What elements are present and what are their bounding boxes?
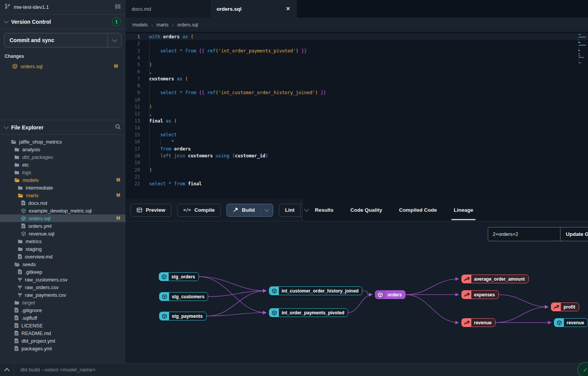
lineage-node-revenue_model[interactable]: revenue xyxy=(554,318,588,327)
file-icon xyxy=(18,254,22,259)
update-graph-button[interactable]: Update G xyxy=(560,227,588,241)
tree-item-label: marts xyxy=(26,193,114,198)
code-line-19[interactable]: 19 xyxy=(125,159,588,166)
code-line-6[interactable]: 6, xyxy=(125,68,588,75)
tree-item-models[interactable]: modelsM xyxy=(0,176,125,184)
tree-item-etc[interactable]: etc xyxy=(0,161,125,168)
code-line-14[interactable]: 14 xyxy=(125,124,588,131)
lineage-node-stg_customers[interactable]: stg_customers xyxy=(159,292,208,301)
expand-command-bar-button[interactable] xyxy=(0,363,14,376)
tree-item-analysis[interactable]: analysis xyxy=(0,145,125,153)
tree-item-orders-sql[interactable]: orders.sqlM xyxy=(0,214,125,222)
lineage-node-revenue_metric[interactable]: revenue xyxy=(461,318,495,327)
tree-item-overview-md[interactable]: overview.md xyxy=(0,253,125,260)
code-line-7[interactable]: 7customers as ( xyxy=(125,75,588,82)
close-tab-icon[interactable]: × xyxy=(285,5,291,13)
code-line-18[interactable]: 18 left join customers using (customer_i… xyxy=(125,152,588,159)
tree-item-staging[interactable]: staging xyxy=(0,245,125,253)
compile-button[interactable]: </> Compile xyxy=(177,204,221,217)
tree-item-seeds[interactable]: seeds xyxy=(0,260,125,268)
tree-item-orders-yml[interactable]: orders.yml xyxy=(0,222,125,230)
code-line-16[interactable]: 16 * xyxy=(125,138,588,145)
tab-orders-sql[interactable]: orders.sql × xyxy=(210,0,297,18)
tree-item-packages-yml[interactable]: packages.yml xyxy=(0,345,125,352)
tree-item--sqlfluff[interactable]: .sqlfluff xyxy=(0,314,125,322)
version-control-header[interactable]: Version Control 1 xyxy=(0,15,125,29)
lineage-node-int_customer_order_history_joined[interactable]: int_customer_order_history_joined xyxy=(269,286,362,295)
breadcrumb-marts[interactable]: marts xyxy=(156,22,168,28)
chevron-down-icon xyxy=(4,18,9,23)
lineage-node-expenses[interactable]: expenses xyxy=(461,290,499,299)
code-editor[interactable]: 1with orders as (23 select * from {{ ref… xyxy=(125,32,588,199)
code-line-17[interactable]: 17 from orders xyxy=(125,145,588,152)
result-tab-results[interactable]: Results xyxy=(315,199,334,221)
tree-item-jaffle-shop-metrics[interactable]: jaffle_shop_metrics xyxy=(0,138,125,145)
code-line-21[interactable]: 21 xyxy=(125,173,588,180)
tree-item-raw-customers-csv[interactable]: raw_customers.csv xyxy=(0,276,125,283)
tree-item-marts[interactable]: martsM xyxy=(0,191,125,199)
result-tab-compiled-code[interactable]: Compiled Code xyxy=(399,199,437,221)
tree-item-raw-payments-csv[interactable]: raw_payments.csv xyxy=(0,291,125,299)
code-line-4[interactable]: 4 xyxy=(125,54,588,61)
tree-item-raw-orders-csv[interactable]: raw_orders.csv xyxy=(0,283,125,291)
tree-item--gitignore[interactable]: .gitignore xyxy=(0,306,125,314)
preview-button[interactable]: Preview xyxy=(130,204,171,217)
tree-item-target[interactable]: target xyxy=(0,299,125,306)
tab-docs-md[interactable]: docs.md xyxy=(125,0,210,18)
git-branch-icon xyxy=(5,3,10,11)
code-line-9[interactable]: 9 select * from {{ ref('int_customer_ord… xyxy=(125,89,588,96)
code-line-20[interactable]: 20) xyxy=(125,167,588,173)
tree-item-metrics[interactable]: metrics xyxy=(0,237,125,245)
node-label: average_order_amount xyxy=(471,275,528,283)
lineage-filter-input[interactable] xyxy=(488,227,560,241)
tree-item-dbt-project-yml[interactable]: dbt_project.yml xyxy=(0,337,125,345)
code-line-11[interactable]: 11) xyxy=(125,103,588,110)
tree-item-license[interactable]: LICENSE xyxy=(0,322,125,329)
tree-item-readme-md[interactable]: README.md xyxy=(0,329,125,337)
tree-item-logs[interactable]: logs xyxy=(0,168,125,176)
model-cube-icon xyxy=(272,288,277,294)
code-line-8[interactable]: 8 xyxy=(125,82,588,89)
build-options-dropdown[interactable] xyxy=(261,204,273,216)
hammer-icon xyxy=(233,207,238,213)
code-line-2[interactable]: 2 xyxy=(125,40,588,47)
code-line-22[interactable]: 22select * from final xyxy=(125,180,588,187)
lineage-node-profit[interactable]: profit xyxy=(551,302,579,311)
folder-icon xyxy=(14,162,20,167)
lineage-node-stg_orders[interactable]: stg_orders xyxy=(159,272,199,281)
code-line-12[interactable]: 12, xyxy=(125,110,588,117)
tree-item--gitkeep[interactable]: .gitkeep xyxy=(0,268,125,276)
changed-file-row[interactable]: orders.sql M xyxy=(4,62,122,70)
breadcrumb-models[interactable]: models xyxy=(132,22,148,28)
lineage-node-stg_payments[interactable]: stg_payments xyxy=(159,312,207,320)
code-line-5[interactable]: 5) xyxy=(125,61,588,68)
breadcrumb-orders-sql[interactable]: orders.sql xyxy=(177,22,198,28)
command-input[interactable]: dbt build --select <model_name> xyxy=(14,367,588,373)
tree-item-docs-md[interactable]: docs.md xyxy=(0,199,125,207)
lineage-node-int_order_payments_pivoted[interactable]: int_order_payments_pivoted xyxy=(269,308,348,317)
code-line-13[interactable]: 13final as ( xyxy=(125,118,588,124)
tree-item-dbt-packages[interactable]: dbt_packages xyxy=(0,153,125,161)
lineage-node-orders[interactable]: orders xyxy=(375,290,406,299)
search-icon[interactable] xyxy=(115,124,121,131)
file-explorer-header[interactable]: File Explorer xyxy=(0,120,125,135)
code-text: select xyxy=(140,131,177,138)
tree-item-example-develop-metric-sql[interactable]: example_develop_metric.sql xyxy=(0,207,125,214)
code-line-3[interactable]: 3 select * from {{ ref('int_order_paymen… xyxy=(125,47,588,54)
tree-item-revenue-sql[interactable]: revenue.sql xyxy=(0,230,125,237)
result-tab-lineage[interactable]: Lineage xyxy=(454,199,473,221)
build-button[interactable]: Build xyxy=(226,204,273,217)
modified-badge: M xyxy=(116,216,120,221)
editor-minimap[interactable] xyxy=(578,34,587,64)
code-line-1[interactable]: 1with orders as ( xyxy=(125,33,588,40)
code-line-15[interactable]: 15 select xyxy=(125,131,588,138)
result-tab-code-quality[interactable]: Code Quality xyxy=(350,199,382,221)
split-view-icon[interactable] xyxy=(115,4,121,11)
lineage-node-average_order_amount[interactable]: average_order_amount xyxy=(461,275,529,283)
tree-item-label: orders.yml xyxy=(28,223,120,229)
tree-item-intermediate[interactable]: intermediate xyxy=(0,184,125,191)
tree-item-label: .gitignore xyxy=(21,307,120,313)
commit-and-sync-button[interactable]: Commit and sync xyxy=(4,33,122,47)
commit-options-dropdown[interactable] xyxy=(108,33,121,47)
code-line-10[interactable]: 10 xyxy=(125,96,588,103)
